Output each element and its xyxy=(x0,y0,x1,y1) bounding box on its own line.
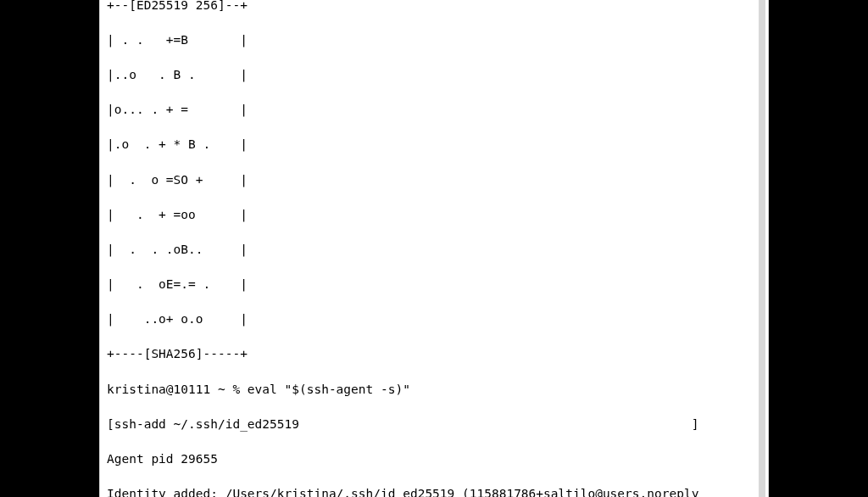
terminal-line: | ..o+ o.o | xyxy=(107,310,763,328)
terminal-line: kristina@10111 ~ % eval "$(ssh-agent -s)… xyxy=(107,381,763,399)
terminal-line: | . + =oo | xyxy=(107,206,763,224)
terminal-line: +--[ED25519 256]--+ xyxy=(107,0,763,14)
terminal-line: Agent pid 29655 xyxy=(107,450,763,468)
terminal-line: | . . .oB.. | xyxy=(107,241,763,259)
terminal-window: kristina — -zsh — 80×18 The key's random… xyxy=(99,0,769,497)
terminal-line: Identity added: /Users/kristina/.ssh/id_… xyxy=(107,485,763,497)
terminal-line: |.o . + * B . | xyxy=(107,136,763,154)
terminal-body[interactable]: The key's randomart image is: +--[ED2551… xyxy=(100,0,768,497)
terminal-line: +----[SHA256]-----+ xyxy=(107,345,763,363)
terminal-line: | . o =SO + | xyxy=(107,171,763,189)
terminal-line: | . oE=.= . | xyxy=(107,276,763,293)
terminal-line: | . . +=B | xyxy=(107,31,763,49)
terminal-line: |o... . + = | xyxy=(107,101,763,119)
terminal-line: |..o . B . | xyxy=(107,66,763,84)
terminal-line: [ssh-add ~/.ssh/id_ed25519 ] xyxy=(107,416,763,433)
scrollbar[interactable] xyxy=(759,0,765,497)
